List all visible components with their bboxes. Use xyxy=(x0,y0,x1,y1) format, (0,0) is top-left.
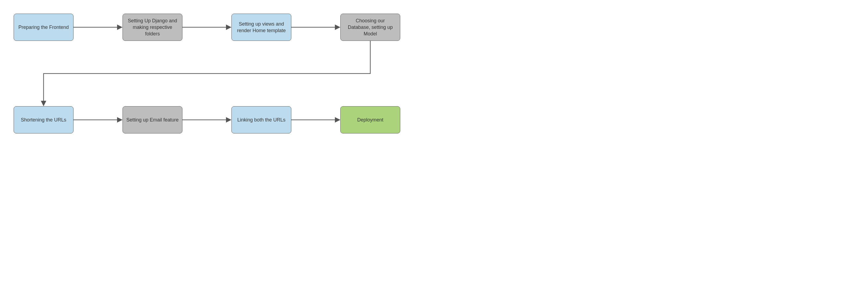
node-label: Setting up views and render Home templat… xyxy=(235,21,288,34)
node-email-feature: Setting up Email feature xyxy=(123,106,182,134)
edge-n4-n5 xyxy=(43,41,370,106)
node-label: Linking both the URLs xyxy=(237,117,285,123)
node-prepare-frontend: Preparing the Frontend xyxy=(13,13,73,41)
node-deployment: Deployment xyxy=(340,106,400,134)
node-label: Shortening the URLs xyxy=(21,117,66,123)
node-label: Setting up Email feature xyxy=(126,117,179,123)
node-setup-django: Setting Up Django and making respective … xyxy=(123,13,182,41)
node-label: Deployment xyxy=(357,117,383,123)
node-label: Choosing our Database, setting up Model xyxy=(344,18,397,37)
node-shorten-urls: Shortening the URLs xyxy=(13,106,73,134)
flowchart-diagram: Preparing the Frontend Setting Up Django… xyxy=(8,8,428,144)
node-label: Preparing the Frontend xyxy=(18,24,69,30)
node-label: Setting Up Django and making respective … xyxy=(126,18,179,37)
node-setup-views: Setting up views and render Home templat… xyxy=(231,13,291,41)
node-link-urls: Linking both the URLs xyxy=(231,106,291,134)
node-choose-database: Choosing our Database, setting up Model xyxy=(340,13,400,41)
